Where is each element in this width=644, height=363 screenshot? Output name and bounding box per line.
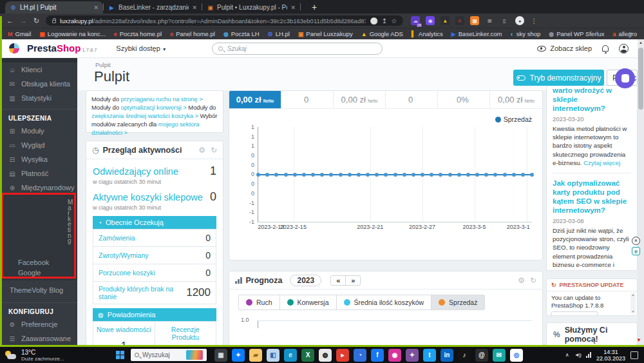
card-settings-icon[interactable]: ⚙ [198,146,205,155]
pending-row[interactable]: Porzucone koszyki 0 [93,264,216,282]
kpi-cell[interactable]: 0% [438,91,490,108]
bookmark-item[interactable]: ◐ sky shop [510,30,540,37]
sidebar-item[interactable]: ⊟ Wysyłka [0,152,77,166]
view-shop-link[interactable]: Zobacz sklep [537,44,592,52]
sidebar-item-facebook[interactable]: Facebook [18,259,49,266]
taskbar-app-icon[interactable]: @ [475,349,488,362]
product-reviews-cell[interactable]: Recenzje Produktu 0 [155,322,216,346]
bookmark-item[interactable]: e Poczta home.pl [114,30,162,37]
extension-icon[interactable]: ◉ [426,16,435,25]
network-icon[interactable] [586,352,591,358]
news-article-title[interactable]: warto wdrożyć w sklepie internetowym? [553,86,631,113]
browser-tab[interactable]: ▶ BaseLinker - zarządzanie sprzeda ✕ [104,1,202,14]
taskbar-weather-widget[interactable]: 13°C Duże zachmurze... [0,349,113,362]
quick-access-menu[interactable]: Szybki dostęp ▼ [116,44,166,52]
prev-year-button[interactable]: « [331,276,345,285]
bookmark-item[interactable]: M Gmail [8,30,31,37]
sidebar-item[interactable]: ▤ Płatność [0,166,77,181]
taskbar-app-icon[interactable]: ▰ [249,349,262,362]
demo-mode-button[interactable]: Tryb demonstracyjny [513,70,604,86]
sidebar-item[interactable]: ☰ Zaawansowane [0,331,77,346]
bookmark-item[interactable]: ▶ BaseLinker.com [451,30,502,37]
sidebar-item[interactable]: ▥ Statystyki [0,91,77,105]
bookmark-item[interactable]: ⚙ LH.pl [268,30,290,37]
pending-row[interactable]: Produkty których brak na stanie 1200 [93,282,216,304]
extension-icon[interactable]: ⊞ [485,16,494,25]
browser-scrollbar[interactable]: ▲ [638,39,644,345]
update-button-partial[interactable] [551,311,598,316]
module-link[interactable]: przyciąganiu ruchu na stronę > [120,95,202,103]
forecast-legend-item[interactable]: Średnia ilość koszyków [336,295,431,309]
taskbar-app-icon[interactable]: ▸ [336,349,349,362]
admin-avatar[interactable] [619,44,629,54]
sidebar-item[interactable]: ☺ Klienci [0,63,77,77]
notification-center-icon[interactable] [630,351,638,359]
floating-widget-e-icon[interactable]: e [632,247,640,255]
notifications-bell-icon[interactable] [602,45,609,52]
admin-search-box[interactable]: Szukaj [212,43,383,55]
sidebar-item[interactable]: ⊕ Międzynarodowy [0,181,77,195]
sidebar-item-google[interactable]: Google [18,269,41,277]
kpi-cell[interactable]: 0,00 złNetto [229,91,281,108]
forecast-legend-item[interactable]: Ruch [239,295,279,309]
taskbar-search-box[interactable]: Wyszukaj [131,349,207,361]
browser-tab[interactable]: ⚙ LH.pl | Pulpit ✕ [5,1,103,14]
browser-menu-icon[interactable]: ⋮ [531,17,537,25]
kpi-cell[interactable]: 0 [281,91,334,108]
pending-row[interactable]: Zamówienia 0 [93,230,216,247]
taskbar-app-icon[interactable]: ✦ [406,349,419,362]
card-scrollbar[interactable]: ▲▼ [630,293,636,313]
taskbar-app-icon[interactable]: ◉ [388,349,401,362]
taskbar-app-icon[interactable]: t [423,349,436,362]
taskbar-app-icon[interactable]: e [284,349,297,362]
extension-icon[interactable]: ▦ [470,16,479,25]
sidebar-item[interactable]: ▭ Wygląd [0,138,77,152]
sidebar-item[interactable]: ⊞ Moduły [0,124,77,138]
new-tab-button[interactable]: + [312,1,317,14]
tab-close-icon[interactable]: ✕ [192,5,197,11]
taskbar-app-icon[interactable]: ▦ [214,349,227,362]
news-article-title[interactable]: Jak optymalizować karty produktu pod kąt… [553,179,631,215]
bookmark-item[interactable]: a allegro [612,30,637,37]
browser-tab[interactable]: ▣ Pulpit • Luxzakupy.pl - Polski skle ✕ [202,1,300,14]
module-link[interactable]: zwiększania średniej wartości koszyka > [91,112,198,119]
bookmark-item[interactable]: ▣ Panel Luxzakupy [298,30,353,37]
bookmark-item[interactable]: ▍ Analytics [412,30,443,37]
sidebar-item-marketing[interactable]: Marketing [68,200,73,244]
bookmark-star-icon[interactable]: ☆ [391,17,397,25]
reload-icon[interactable]: ↻ [33,17,39,25]
volume-icon[interactable]: ◄)) [574,352,581,358]
kpi-cell[interactable]: 0 [386,91,438,108]
taskbar-clock[interactable]: 14:31 22.03.2023 [596,349,625,362]
module-link[interactable]: optymalizacji konwersji > [120,104,186,111]
tab-close-icon[interactable]: ✕ [290,5,296,11]
browser-profile-avatar[interactable]: ● [515,16,524,25]
extension-icon[interactable]: ▲ [440,16,450,25]
taskbar-app-icon[interactable]: ◎ [510,349,523,362]
sidebar-item[interactable]: ⚙ Preferencje [0,317,77,331]
bookmark-item[interactable]: e Panel home.pl [170,30,215,37]
taskbar-app-icon[interactable]: in [440,349,453,362]
tab-close-icon[interactable]: ✕ [93,5,99,11]
card-refresh-icon[interactable]: ↻ [211,146,217,155]
taskbar-app-icon[interactable]: ✉ [493,349,506,362]
share-icon[interactable]: ↥ [382,17,387,25]
new-messages-cell[interactable]: Nowe wiadomości 1 [93,322,155,346]
sidebar-item[interactable]: ✉ Obsługa klienta [0,77,77,91]
start-button[interactable] [116,351,124,359]
sales-line-chart[interactable]: 11100000-1-1-1 [258,127,532,222]
taskbar-app-icon[interactable]: ◔ [354,349,366,362]
card-settings-icon[interactable]: ⚙ [518,276,525,285]
active-carts-link[interactable]: Aktywne koszyki sklepowe [93,192,203,202]
forward-icon[interactable]: → [20,17,27,25]
extension-icon[interactable]: ☁26 [411,16,420,25]
extension-icon[interactable]: ▯ [500,16,509,25]
bookmark-item[interactable]: ▲ Google ADS [361,30,403,37]
taskbar-app-icon[interactable]: ♪ [458,349,471,362]
taskbar-app-icon[interactable]: f [371,349,384,362]
scrollbar-thumb[interactable] [638,48,643,110]
kpi-cell[interactable]: 0,00 złNetto [490,91,542,108]
forecast-legend-item[interactable]: Konwersja [279,295,336,309]
tray-chevron-icon[interactable]: ∧ [565,352,569,358]
address-bar[interactable]: luxzakupy.pl/admin228afzdvo/index.php?co… [46,15,403,26]
